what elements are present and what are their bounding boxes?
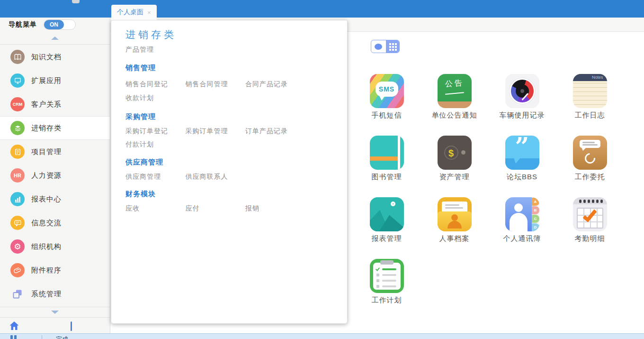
link-receipt-plan[interactable]: 收款计划 bbox=[125, 94, 183, 102]
sidebar: 导航菜单 ON 知识文档 扩展应用 CRM 客户关系 进销存类 bbox=[0, 18, 110, 333]
notes-app-icon: Notes bbox=[573, 74, 607, 108]
top-header-bar bbox=[0, 0, 644, 18]
tab-label: 个人桌面 bbox=[117, 8, 143, 17]
view-mode-toggle[interactable] bbox=[371, 40, 400, 53]
nav-menu-toggle[interactable]: ON bbox=[44, 19, 76, 30]
toggle-on-label: ON bbox=[44, 20, 64, 29]
chat-icon bbox=[10, 216, 25, 230]
home-button[interactable] bbox=[9, 320, 20, 331]
link-purchase-order-management[interactable]: 采购订单管理 bbox=[185, 127, 243, 136]
app-sms[interactable]: SMS 手机短信 bbox=[353, 74, 420, 136]
crm-icon: CRM bbox=[10, 97, 25, 111]
dot-view-segment[interactable] bbox=[371, 40, 385, 53]
flyout-title: 进销存类 bbox=[125, 28, 177, 41]
announcement-app-icon: 公告 bbox=[438, 74, 472, 108]
header-notch bbox=[72, 0, 80, 3]
sidebar-item-projects[interactable]: 项目管理 bbox=[0, 140, 110, 164]
app-attendance[interactable]: 考勤明细 bbox=[556, 197, 624, 259]
link-order-product-records[interactable]: 订单产品记录 bbox=[245, 127, 303, 136]
hr-icon: HR bbox=[10, 168, 25, 183]
wallet-app-icon: $ bbox=[438, 136, 472, 170]
delegation-app-icon bbox=[573, 136, 607, 170]
apps-icon bbox=[10, 73, 25, 88]
contacts-app-icon: A B C D bbox=[505, 197, 539, 231]
app-grid: SMS 手机短信 公告 单位公告通知 车辆使用记录 Notes 工作日志 图书管… bbox=[353, 74, 626, 321]
inventory-icon bbox=[10, 121, 25, 135]
sidebar-menu: 知识文档 扩展应用 CRM 客户关系 进销存类 项目管理 HR 人力资源 bbox=[0, 45, 110, 306]
app-work-journal[interactable]: Notes 工作日志 bbox=[556, 74, 624, 136]
speedometer-app-icon bbox=[505, 74, 539, 108]
chevron-up-icon bbox=[51, 37, 59, 40]
section-supplier-management: 供应商管理 bbox=[125, 158, 163, 167]
section-purchase-management: 采购管理 bbox=[125, 112, 156, 121]
book-app-icon bbox=[370, 136, 404, 170]
sidebar-item-messaging[interactable]: 信息交流 bbox=[0, 211, 110, 235]
bar-chart-icon bbox=[10, 192, 25, 206]
app-forum-bbs[interactable]: ” 论坛BBS bbox=[488, 136, 556, 197]
link-purchase-order-register[interactable]: 采购订单登记 bbox=[125, 127, 183, 136]
flyout-link-row: 采购订单登记 采购订单管理 订单产品记录 bbox=[125, 127, 303, 137]
app-contacts[interactable]: A B C D 个人通讯簿 bbox=[488, 197, 556, 259]
app-report-management[interactable]: 报表管理 bbox=[353, 197, 420, 259]
chevron-down-icon bbox=[51, 311, 59, 314]
sidebar-bottom-bar bbox=[0, 317, 110, 333]
report-app-icon bbox=[370, 197, 404, 231]
link-sales-contract-management[interactable]: 销售合同管理 bbox=[185, 80, 243, 89]
link-supplier-contacts[interactable]: 供应商联系人 bbox=[185, 173, 243, 181]
flyout-link-row: 销售合同登记 销售合同管理 合同产品记录 bbox=[125, 80, 303, 90]
sidebar-item-knowledge-docs[interactable]: 知识文档 bbox=[0, 45, 110, 69]
paperclip-icon bbox=[10, 263, 25, 277]
attendance-app-icon bbox=[573, 197, 607, 231]
sidebar-item-reports[interactable]: 报表中心 bbox=[0, 187, 110, 211]
sidebar-scroll-down[interactable] bbox=[0, 307, 110, 317]
sidebar-item-crm[interactable]: CRM 客户关系 bbox=[0, 92, 110, 116]
link-sales-contract-register[interactable]: 销售合同登记 bbox=[125, 80, 183, 89]
sidebar-item-extensions[interactable]: 扩展应用 bbox=[0, 69, 110, 92]
sidebar-scroll-up[interactable] bbox=[0, 32, 110, 45]
personnel-file-app-icon bbox=[438, 197, 472, 231]
sidebar-item-organization[interactable]: ⚙ 组织机构 bbox=[0, 235, 110, 258]
flyout-link-row: 供应商管理 供应商联系人 bbox=[125, 172, 243, 183]
link-supplier-management[interactable]: 供应商管理 bbox=[125, 173, 183, 181]
link-payables[interactable]: 应付 bbox=[185, 204, 243, 213]
gear-icon: ⚙ bbox=[10, 239, 25, 254]
link-receivables[interactable]: 应收 bbox=[125, 204, 183, 213]
book-icon bbox=[10, 50, 25, 64]
grid-view-segment[interactable] bbox=[386, 40, 399, 53]
project-icon bbox=[10, 145, 25, 159]
nav-menu-label: 导航菜单 bbox=[9, 20, 37, 29]
app-work-plan[interactable]: 工作计划 bbox=[353, 259, 420, 321]
collapse-sidebar-button[interactable] bbox=[69, 321, 77, 329]
link-payment-plan[interactable]: 付款计划 bbox=[125, 140, 183, 149]
flyout-link-row: 应收 应付 报销 bbox=[125, 204, 303, 214]
sidebar-item-attachments[interactable]: 系统管理 附件程序 bbox=[0, 258, 110, 282]
work-plan-app-icon bbox=[370, 259, 404, 293]
tab-close-icon[interactable]: × bbox=[147, 9, 151, 16]
flyout-link-row: 收款计划 bbox=[125, 93, 183, 104]
link-reimbursement[interactable]: 报销 bbox=[245, 204, 303, 213]
dot-view-icon bbox=[375, 44, 382, 50]
link-product-management[interactable]: 产品管理 bbox=[125, 46, 183, 54]
inventory-flyout-panel: 进销存类 产品管理 销售管理 销售合同登记 销售合同管理 合同产品记录 收款计划… bbox=[111, 20, 348, 324]
app-vehicle-log[interactable]: 车辆使用记录 bbox=[488, 74, 556, 136]
status-text: 完成 bbox=[56, 335, 68, 339]
status-icon bbox=[10, 335, 18, 339]
app-assets[interactable]: $ 资产管理 bbox=[420, 136, 488, 197]
link-contract-product-records[interactable]: 合同产品记录 bbox=[245, 80, 303, 89]
chevron-left-icon bbox=[71, 321, 72, 331]
app-delegation[interactable]: 工作委托 bbox=[556, 136, 624, 197]
sidebar-item-inventory[interactable]: 进销存类 bbox=[0, 116, 110, 140]
forum-app-icon: ” bbox=[505, 136, 539, 170]
app-announcements[interactable]: 公告 单位公告通知 bbox=[420, 74, 488, 136]
sms-app-icon: SMS bbox=[370, 74, 404, 108]
status-bar: 完成 bbox=[0, 333, 644, 339]
tab-personal-desktop[interactable]: 个人桌面 × bbox=[111, 5, 157, 20]
sidebar-item-system[interactable]: 系统管理 bbox=[0, 282, 110, 306]
nav-menu-header: 导航菜单 ON bbox=[0, 18, 110, 32]
sidebar-item-hr[interactable]: HR 人力资源 bbox=[0, 164, 110, 187]
windows-icon bbox=[10, 287, 25, 301]
app-library[interactable]: 图书管理 bbox=[353, 136, 420, 197]
flyout-link-row: 付款计划 bbox=[125, 140, 183, 150]
app-hr-files[interactable]: 人事档案 bbox=[420, 197, 488, 259]
section-finance-module: 财务模块 bbox=[125, 190, 156, 199]
